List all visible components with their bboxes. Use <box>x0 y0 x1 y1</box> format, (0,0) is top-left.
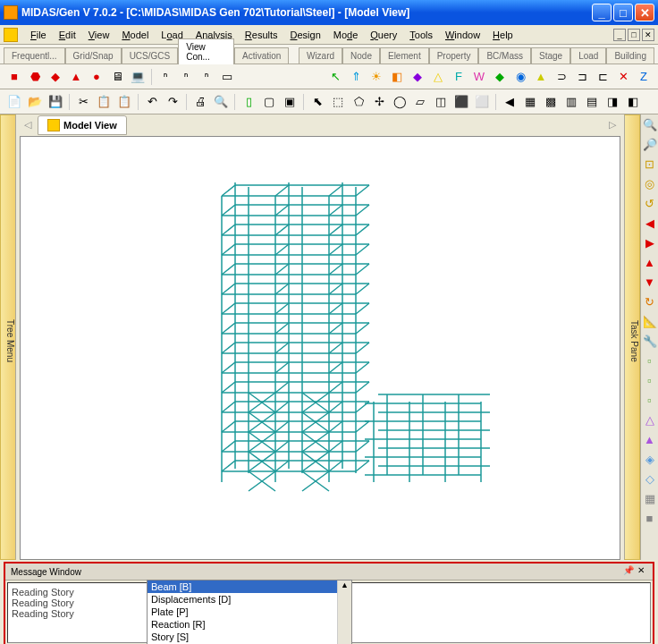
dropdown-option[interactable]: Displacements [D] <box>148 593 351 606</box>
doc-prev[interactable]: ◁ <box>21 119 34 131</box>
icon-monitor[interactable]: 🖥 <box>108 68 126 86</box>
sel-a[interactable]: ▦ <box>521 93 539 111</box>
icon-sun[interactable]: ☀ <box>367 68 385 86</box>
tab-gridsnap[interactable]: Grid/Snap <box>65 47 122 64</box>
zoom-win-icon[interactable]: ◎ <box>643 177 657 191</box>
tab-load[interactable]: Load <box>570 47 606 64</box>
maximize-button[interactable]: □ <box>613 4 633 21</box>
icon-red-circle[interactable]: ● <box>88 68 105 86</box>
icon-red-diamond[interactable]: ◆ <box>46 68 64 86</box>
tab-bcmass[interactable]: BC/Mass <box>478 47 531 64</box>
dropdown-scrollbar[interactable] <box>337 580 351 644</box>
icon-brace3[interactable]: ⊏ <box>594 68 612 86</box>
sel-c[interactable]: ▥ <box>562 93 580 111</box>
menu-file[interactable]: File <box>25 28 52 42</box>
sel-d[interactable]: ▤ <box>583 93 601 111</box>
sel-all[interactable]: ⬛ <box>452 93 470 111</box>
zoom-in-icon[interactable]: 🔍 <box>643 118 657 132</box>
mdi-max[interactable]: □ <box>628 29 640 41</box>
close-button[interactable]: ✕ <box>635 4 654 21</box>
dropdown-option[interactable]: Story [S] <box>148 631 351 643</box>
open-icon[interactable]: 📂 <box>26 93 44 111</box>
render-shade-icon[interactable]: ◈ <box>643 453 657 467</box>
pan-left-icon[interactable]: ◀ <box>643 216 657 231</box>
pin-icon[interactable]: 📌 <box>622 565 635 578</box>
sel-poly[interactable]: ⬠ <box>350 93 367 111</box>
icon-blue-c[interactable]: ◉ <box>511 68 529 86</box>
menu-help[interactable]: Help <box>487 28 519 42</box>
doc-next[interactable]: ▷ <box>606 119 619 131</box>
pan-right-icon[interactable]: ▶ <box>643 236 657 250</box>
pan-up-icon[interactable]: ▲ <box>643 256 657 270</box>
iso-1-icon[interactable]: ▫ <box>643 354 657 369</box>
icon-x[interactable]: ✕ <box>614 68 632 86</box>
pan-down-icon[interactable]: ▼ <box>643 275 657 290</box>
print-icon[interactable]: 🖨 <box>191 93 209 111</box>
menu-tools[interactable]: Tools <box>404 28 438 42</box>
tool-icon[interactable]: 🔧 <box>643 335 657 349</box>
mdi-min[interactable]: _ <box>613 29 626 41</box>
solid-icon[interactable]: ■ <box>643 512 657 526</box>
minimize-button[interactable]: _ <box>592 4 612 21</box>
dropdown-option[interactable]: Reaction [R] <box>148 618 351 631</box>
dropdown-option[interactable]: Beam [B] <box>148 580 351 593</box>
icon-h-icon[interactable]: ▭ <box>218 68 236 86</box>
iso-3-icon[interactable]: ▫ <box>643 394 657 408</box>
zoom-prev-icon[interactable]: ↺ <box>643 197 657 211</box>
tab-element[interactable]: Element <box>380 47 429 64</box>
icon-red-tri[interactable]: ▲ <box>67 68 85 86</box>
icon-green-d[interactable]: ◆ <box>491 68 509 86</box>
render-hidden-icon[interactable]: ▲ <box>643 433 657 447</box>
icon-pink-w[interactable]: W <box>470 68 488 86</box>
tab-stage[interactable]: Stage <box>531 47 570 64</box>
redo-icon[interactable]: ↷ <box>164 93 181 111</box>
icon-yellow-tri[interactable]: △ <box>429 68 447 86</box>
cut-icon[interactable]: ✂ <box>74 93 92 111</box>
icon-screen[interactable]: 💻 <box>129 68 147 86</box>
tab-building[interactable]: Building <box>606 47 654 64</box>
icon-purple[interactable]: ◆ <box>409 68 426 86</box>
zoom-out-icon[interactable]: 🔎 <box>643 138 657 152</box>
sel-b[interactable]: ▩ <box>542 93 560 111</box>
icon-arrow-n[interactable]: ⇑ <box>347 68 365 86</box>
menu-design[interactable]: Design <box>285 28 326 42</box>
sel-plane[interactable]: ▱ <box>411 93 429 111</box>
copy-icon[interactable]: 📋 <box>95 93 113 111</box>
model-canvas[interactable] <box>20 136 620 560</box>
icon-n3[interactable]: ⁿ <box>198 68 215 86</box>
preview-icon[interactable]: 🔍 <box>212 93 230 111</box>
tab-viewcontrol[interactable]: View Con... <box>178 38 234 64</box>
icon-orange-sq[interactable]: ◧ <box>388 68 406 86</box>
tab-property[interactable]: Property <box>429 47 479 64</box>
icon-brace1[interactable]: ⊃ <box>553 68 570 86</box>
sel-circ[interactable]: ◯ <box>391 93 409 111</box>
tab-node[interactable]: Node <box>342 47 380 64</box>
menu-window[interactable]: Window <box>440 28 485 42</box>
sel-1[interactable]: ▯ <box>240 93 257 111</box>
sel-f[interactable]: ◧ <box>624 93 642 111</box>
save-icon[interactable]: 💾 <box>46 93 64 111</box>
icon-yellow-a[interactable]: ▲ <box>532 68 550 86</box>
tab-frequent[interactable]: Frequentl... <box>4 47 65 64</box>
tab-wizard[interactable]: Wizard <box>299 47 342 64</box>
menu-results[interactable]: Results <box>240 28 283 42</box>
iso-2-icon[interactable]: ▫ <box>643 374 657 388</box>
rotate-icon[interactable]: ↻ <box>643 295 657 309</box>
icon-arrow-nw[interactable]: ↖ <box>326 68 344 86</box>
close-panel-icon[interactable]: ✕ <box>635 565 647 578</box>
sel-vol[interactable]: ◫ <box>432 93 450 111</box>
icon-z[interactable]: Z <box>635 68 653 86</box>
task-pane-panel[interactable]: Task Pane <box>624 114 640 560</box>
sel-2[interactable]: ▢ <box>260 93 278 111</box>
menu-mode[interactable]: Mode <box>328 28 364 42</box>
sel-arrow[interactable]: ⬉ <box>308 93 326 111</box>
undo-icon[interactable]: ↶ <box>143 93 161 111</box>
icon-n2[interactable]: ⁿ <box>177 68 195 86</box>
tab-ucsgcs[interactable]: UCS/GCS <box>122 47 179 64</box>
tree-menu-panel[interactable]: Tree Menu <box>0 114 16 560</box>
angle-icon[interactable]: 📐 <box>643 315 657 329</box>
sel-none[interactable]: ⬜ <box>473 93 491 111</box>
tab-activation[interactable]: Activation <box>234 47 289 64</box>
icon-n1[interactable]: ⁿ <box>156 68 174 86</box>
persp-icon[interactable]: ▦ <box>643 492 657 506</box>
